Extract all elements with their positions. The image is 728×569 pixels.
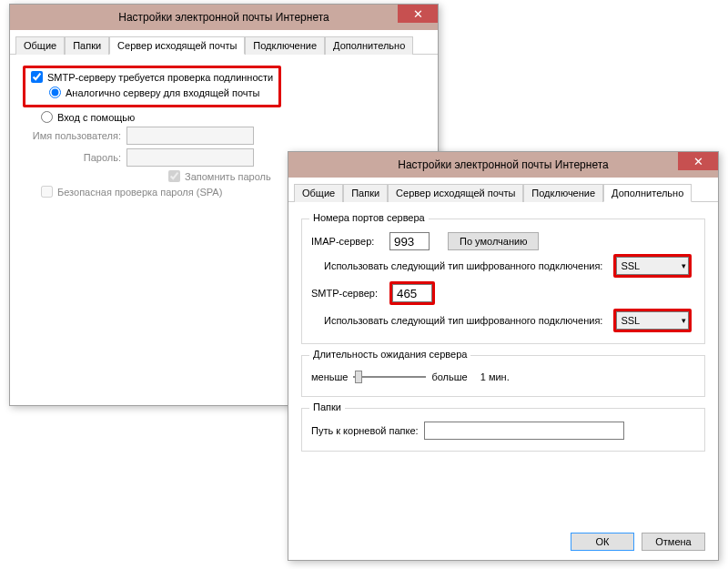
same-as-incoming-label: Аналогично серверу для входящей почты (66, 87, 260, 98)
timeout-slider[interactable] (353, 369, 426, 385)
tab-connection-front[interactable]: Подключение (523, 184, 603, 202)
username-label: Имя пользователя: (23, 130, 121, 141)
close-button-back[interactable]: ✕ (398, 5, 438, 23)
timeout-value: 1 мин. (480, 371, 510, 382)
smtp-auth-label: SMTP-серверу требуется проверка подлинно… (47, 72, 273, 83)
imap-port-input[interactable] (389, 232, 430, 250)
ports-groupbox: Номера портов сервера IMAP-сервер: По ум… (301, 218, 705, 344)
imap-label: IMAP-сервер: (311, 236, 384, 247)
imap-enc-dropdown[interactable]: SSL ▾ (616, 257, 689, 275)
cancel-button[interactable]: Отмена (642, 533, 705, 551)
smtp-auth-checkbox[interactable] (31, 71, 43, 83)
smtp-enc-dropdown[interactable]: SSL ▾ (616, 311, 689, 330)
timeout-group-title: Длительность ожидания сервера (309, 349, 470, 360)
highlight-smtp-auth: SMTP-серверу требуется проверка подлинно… (23, 66, 281, 107)
root-path-input[interactable] (424, 422, 624, 440)
timeout-groupbox: Длительность ожидания сервера меньше бол… (301, 355, 705, 397)
tab-outgoing-back[interactable]: Сервер исходящей почты (109, 36, 245, 55)
smtp-enc-value: SSL (621, 315, 640, 326)
tabs-front: Общие Папки Сервер исходящей почты Подкл… (288, 178, 718, 202)
close-icon: ✕ (413, 7, 423, 21)
less-label: меньше (311, 371, 348, 382)
tab-folders-back[interactable]: Папки (65, 36, 109, 55)
title-front: Настройки электронной почты Интернета (398, 158, 608, 171)
content-front: Номера портов сервера IMAP-сервер: По ум… (288, 202, 718, 473)
window-advanced: Настройки электронной почты Интернета ✕ … (288, 151, 719, 561)
smtp-enc-label: Использовать следующий тип шифрованного … (324, 315, 602, 326)
tab-general-front[interactable]: Общие (294, 184, 343, 202)
highlight-imap-enc: SSL ▾ (613, 254, 692, 278)
login-with-label: Вход с помощью (57, 112, 135, 123)
tabs-back: Общие Папки Сервер исходящей почты Подкл… (10, 30, 438, 55)
close-button-front[interactable]: ✕ (678, 152, 718, 170)
titlebar-front: Настройки электронной почты Интернета ✕ (288, 152, 718, 178)
imap-enc-value: SSL (621, 260, 640, 271)
highlight-smtp-port (389, 281, 435, 305)
ok-button[interactable]: ОК (571, 533, 634, 551)
remember-password-label: Запомнить пароль (185, 171, 271, 182)
tab-general-back[interactable]: Общие (15, 36, 65, 55)
chevron-down-icon: ▾ (682, 261, 686, 270)
username-input (126, 127, 254, 145)
spa-checkbox (41, 186, 53, 198)
folders-group-title: Папки (309, 401, 345, 412)
imap-enc-label: Использовать следующий тип шифрованного … (324, 260, 602, 271)
password-input (126, 148, 254, 167)
close-icon: ✕ (693, 155, 703, 168)
chevron-down-icon: ▾ (682, 316, 686, 325)
titlebar-back: Настройки электронной почты Интернета ✕ (10, 5, 438, 30)
highlight-smtp-enc: SSL ▾ (613, 309, 692, 332)
tab-connection-back[interactable]: Подключение (245, 36, 325, 55)
slider-thumb[interactable] (355, 371, 362, 383)
smtp-label: SMTP-сервер: (311, 288, 384, 299)
default-ports-button[interactable]: По умолчанию (448, 232, 539, 250)
remember-password-checkbox (168, 170, 180, 182)
password-label: Пароль: (23, 152, 121, 163)
spa-label: Безопасная проверка пароля (SPA) (57, 187, 222, 198)
login-with-radio[interactable] (41, 111, 53, 123)
smtp-port-input[interactable] (392, 284, 432, 302)
root-path-label: Путь к корневой папке: (311, 425, 419, 436)
tab-advanced-front[interactable]: Дополнительно (603, 184, 692, 202)
same-as-incoming-radio[interactable] (49, 86, 61, 98)
tab-folders-front[interactable]: Папки (343, 184, 388, 202)
tab-advanced-back[interactable]: Дополнительно (325, 36, 413, 55)
folders-groupbox: Папки Путь к корневой папке: (301, 408, 705, 452)
title-back: Настройки электронной почты Интернета (118, 11, 329, 24)
tab-outgoing-front[interactable]: Сервер исходящей почты (388, 184, 523, 202)
ports-group-title: Номера портов сервера (309, 212, 429, 223)
more-label: больше (431, 371, 467, 382)
dialog-buttons: ОК Отмена (571, 533, 705, 551)
